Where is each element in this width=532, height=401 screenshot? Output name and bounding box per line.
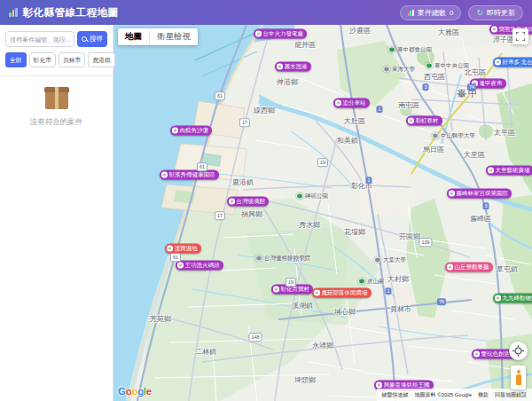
poi-dot-icon <box>358 278 365 285</box>
poi-label-text: 臺中都會公園 <box>397 46 432 54</box>
poi-pill-label: 王功漁火碼頭 <box>185 262 220 270</box>
map-poi-pill[interactable]: 霧峰林家宮保第園區 <box>447 189 512 199</box>
map-town-label: 霧峰區 <box>470 214 491 224</box>
keyboard-shortcuts-link[interactable]: 鍵盤快速鍵 <box>382 391 409 399</box>
filter-chips: 全部彰化市員林市鹿港鎮 <box>5 52 107 67</box>
map-town-label: 大村鄉 <box>387 274 409 284</box>
map-route-shield: 139 <box>419 238 432 247</box>
poi-label-text: 臺中中央公園 <box>434 62 469 70</box>
case-count-value: 0 <box>450 9 453 17</box>
map-route-shield: 1 <box>365 177 372 184</box>
empty-state-text: 沒有符合的案件 <box>5 117 107 128</box>
map-town-label: 西屯區 <box>424 72 445 82</box>
map-poi-pill[interactable]: 追分車站 <box>333 98 370 108</box>
package-box-icon <box>45 90 68 109</box>
poi-pill-label: 彰濱秀傳健康園區 <box>169 171 215 179</box>
map-route-shield: 3 <box>482 202 489 209</box>
map-poi-pill[interactable]: 肉粽角沙灘 <box>170 126 212 136</box>
map-poi-pill[interactable]: 好市多 北台中 <box>493 58 532 67</box>
map-poi-pill[interactable]: 魔菇部落休閒農場 <box>312 288 372 298</box>
map-attribution: 鍵盤快速鍵地圖資料 ©2025 Google條款回報地圖錯誤 <box>377 389 532 401</box>
map-poi-pill[interactable]: 台中火力發電廠 <box>254 29 307 39</box>
map-poi-label[interactable]: 臺中都會公園 <box>388 46 432 54</box>
poi-pill-label: 麗水漁港 <box>285 63 308 71</box>
poi-icon <box>167 246 173 252</box>
map-poi-pill[interactable]: 逢甲夜市 <box>470 79 506 89</box>
street-view-pegman-button[interactable] <box>511 366 526 389</box>
map-overlays: 沙鹿區龍井區大雅區潭子區北屯區西屯區臺中南屯區大肚區烏日區太平區大里區霧峰區草屯… <box>113 25 532 401</box>
filter-chip-3[interactable]: 鹿港鎮 <box>88 52 114 67</box>
poi-icon <box>473 351 480 358</box>
poi-dot-icon <box>255 255 262 262</box>
map-town-label: 花壇鄉 <box>344 227 365 237</box>
map-poi-pill[interactable]: 彰化百寶村 <box>271 285 313 295</box>
report-error-link[interactable]: 回報地圖錯誤 <box>495 391 527 399</box>
map-route-shield: 1 <box>385 287 391 295</box>
map-poi-pill[interactable]: 王功漁火碼頭 <box>176 261 223 271</box>
poi-dot-icon <box>426 62 433 69</box>
map-town-label: 草屯鎮 <box>497 264 518 274</box>
sidebar-divider <box>0 75 113 76</box>
map-town-label: 福興鄉 <box>241 209 262 219</box>
my-location-button[interactable] <box>509 342 528 360</box>
poi-icon <box>314 290 320 296</box>
map-poi-label[interactable]: 東海大學 <box>383 66 415 74</box>
poi-label-text: 磚磘公園 <box>305 193 328 200</box>
map-poi-label[interactable]: 台灣優格餅乾學院 <box>255 255 310 263</box>
map-town-label: 員林市 <box>390 304 411 314</box>
map-route-shield: 3 <box>422 83 428 90</box>
filter-chip-2[interactable]: 員林市 <box>59 52 85 67</box>
search-row: 搜尋 <box>5 31 107 47</box>
map-poi-label[interactable]: 大葉大學 <box>374 256 406 264</box>
map-town-label: 龍井區 <box>294 40 316 50</box>
search-button[interactable]: 搜尋 <box>77 31 107 47</box>
live-update-badge[interactable]: ↻ 即時更新 <box>468 5 523 20</box>
map-town-label: 烏日區 <box>423 145 444 154</box>
map-route-shield: 76 <box>437 298 446 305</box>
poi-icon <box>491 27 497 33</box>
poi-dot-icon <box>388 46 395 53</box>
map-route-shield: 17 <box>215 211 225 220</box>
terms-link[interactable]: 條款 <box>478 391 489 399</box>
poi-pill-label: 台灣玻璃館 <box>237 198 266 206</box>
map-canvas[interactable]: 沙鹿區龍井區大雅區潭子區北屯區西屯區臺中南屯區大肚區烏日區太平區大里區霧峰區草屯… <box>113 25 532 401</box>
poi-label-text: 東海大學 <box>392 66 415 74</box>
map-town-label: 永靖鄉 <box>312 341 333 350</box>
poi-icon <box>172 128 178 134</box>
map-type-map-button[interactable]: 地圖 <box>118 28 149 45</box>
poi-pill-label: 彩虹眷村 <box>416 117 439 125</box>
map-town-label: 線西鄉 <box>254 106 275 115</box>
case-count-badge[interactable]: 案件總數 0 <box>400 5 462 20</box>
poi-icon <box>335 100 341 106</box>
poi-dot-icon <box>374 256 381 263</box>
map-poi-pill[interactable]: 大里藝術廣場 <box>486 166 532 176</box>
map-town-label: 埤頭鄉 <box>294 375 316 385</box>
filter-chip-1[interactable]: 彰化市 <box>29 52 56 67</box>
fullscreen-button[interactable] <box>512 28 528 44</box>
map-town-label: 潭子區 <box>493 35 514 44</box>
map-poi-pill[interactable]: 台灣玻璃館 <box>227 197 269 207</box>
poi-icon <box>161 172 168 178</box>
app-logo-icon <box>9 8 18 17</box>
map-poi-pill[interactable]: 彩虹眷村 <box>406 116 442 126</box>
header-actions: 案件總數 0 ↻ 即時更新 <box>400 5 523 20</box>
map-town-label: 埔心鄉 <box>334 307 356 317</box>
map-poi-label[interactable]: 臺中中央公園 <box>426 62 469 70</box>
poi-icon <box>376 382 382 389</box>
map-poi-label[interactable]: 中山醫學大學 <box>432 132 475 140</box>
poi-pill-label: 九九峰動物樂園 <box>503 295 532 303</box>
map-poi-pill[interactable]: 漢寶濕地 <box>165 244 201 254</box>
pegman-icon <box>514 370 522 386</box>
my-location-icon <box>512 345 524 357</box>
filter-chip-0[interactable]: 全部 <box>5 52 27 67</box>
map-poi-label[interactable]: 磚磘公園 <box>296 193 328 200</box>
map-poi-pill[interactable]: 山丘景觀餐廳 <box>445 263 493 272</box>
chart-icon <box>408 10 414 16</box>
map-poi-pill[interactable]: 九九峰動物樂園 <box>493 294 532 303</box>
map-poi-pill[interactable]: 麗水漁港 <box>275 62 311 72</box>
map-poi-label[interactable]: 虎山巖 <box>358 278 385 286</box>
map-type-satellite-button[interactable]: 衛星檢視 <box>149 28 198 45</box>
search-input[interactable] <box>5 31 74 47</box>
map-poi-pill[interactable]: 彰濱秀傳健康園區 <box>160 170 219 180</box>
map-town-label: 二林鎮 <box>195 347 216 357</box>
